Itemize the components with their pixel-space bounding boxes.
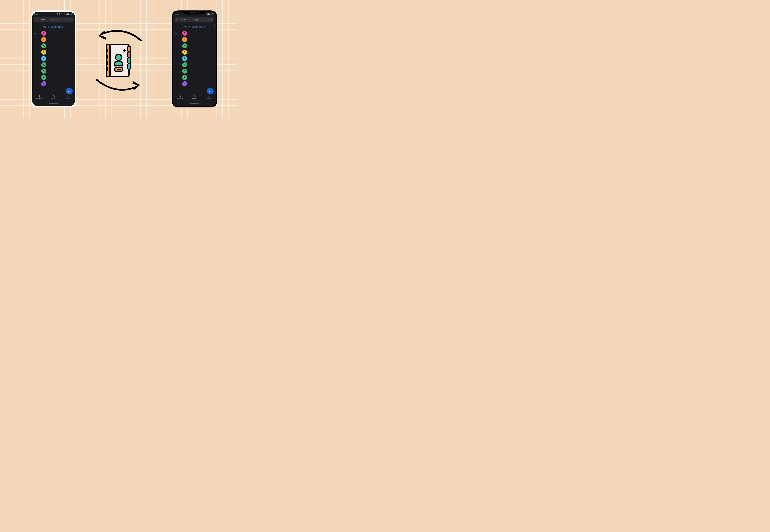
nav-contacts[interactable]: Contacts [61,93,75,101]
svg-point-36 [67,95,68,96]
search-bar[interactable]: Search contacts & places [174,17,214,22]
svg-point-32 [69,91,70,92]
svg-rect-18 [69,13,69,13]
svg-point-29 [69,91,70,91]
svg-point-50 [210,91,210,91]
back-button[interactable]: ‹ [179,102,180,105]
svg-point-54 [211,91,211,92]
contact-avatar[interactable]: A [182,50,187,55]
contact-avatar[interactable]: A [41,69,46,74]
svg-point-46 [209,90,210,91]
mic-icon[interactable] [66,18,68,21]
nav-favorites[interactable]: Favorites [173,93,187,101]
svg-point-27 [70,90,70,91]
sync-arrow-left [94,27,145,44]
more-icon[interactable] [210,18,213,21]
status-icons: HD ⇅ 4G [57,13,69,15]
svg-rect-19 [68,14,69,14]
contact-avatar[interactable]: A [182,69,187,74]
dialpad-icon [68,90,71,93]
system-nav: ‹ [173,101,216,106]
contact-avatar[interactable]: A [182,75,187,80]
star-icon [179,95,181,97]
contact-avatar[interactable]: A [182,81,187,86]
status-battery: 39% [70,13,73,15]
mic-icon[interactable] [207,18,209,21]
dialpad-icon [209,90,212,93]
svg-point-20 [36,19,37,20]
people-icon [207,95,210,97]
contact-avatar[interactable]: A [41,56,46,61]
svg-point-28 [68,91,69,91]
clock-icon [193,95,196,97]
svg-rect-5 [107,67,108,71]
contact-avatar[interactable]: A [41,62,46,67]
svg-point-33 [70,91,70,92]
svg-point-25 [68,90,69,91]
nav-recents[interactable]: Recents [46,93,61,101]
svg-point-47 [210,90,210,91]
contact-avatar[interactable]: A [41,31,46,36]
create-contact-label: Create new contact [47,26,64,28]
home-pill[interactable] [49,103,58,104]
status-battery: 39% [211,13,214,15]
svg-rect-9 [128,64,131,69]
svg-rect-12 [117,69,121,70]
status-time: 11:55 [34,13,38,15]
status-icons: 4G [205,13,210,15]
contact-avatar[interactable]: A [41,75,46,80]
section-letter: A [175,32,177,34]
svg-rect-4 [107,61,108,65]
svg-point-10 [115,54,122,60]
contact-avatar[interactable]: A [41,50,46,55]
search-icon [176,18,179,21]
svg-rect-40 [209,14,210,14]
svg-point-26 [69,90,70,91]
svg-point-44 [211,20,212,20]
dialpad-fab[interactable] [66,88,73,95]
address-book-illustration [105,43,132,78]
phone-notch [184,10,205,14]
create-contact-button[interactable]: Create new contact [32,24,75,31]
section-letter: A [34,32,36,34]
search-bar[interactable]: Search contacts & places [34,17,74,22]
search-placeholder: Search contacts & places [180,18,205,21]
contacts-list[interactable]: A AAAAAAAAA [32,31,75,93]
contact-avatar[interactable]: A [182,56,187,61]
contact-avatar[interactable]: A [182,62,187,67]
nav-favorites[interactable]: Favorites [32,93,46,101]
phone-left: 11:55 HD ⇅ 4G 39% Search contacts & plac… [31,10,76,107]
create-contact-button[interactable]: Create new contact [173,24,216,31]
search-icon [35,18,38,21]
svg-point-30 [70,91,70,91]
dialpad-fab[interactable] [207,88,214,95]
scrollbar[interactable] [74,24,74,30]
people-icon [66,95,69,97]
back-button[interactable]: ‹ [38,102,39,105]
phone-right-screen: 11:55 4G 39% Search contacts & places Cr… [173,12,216,106]
contact-avatar[interactable]: A [41,37,46,42]
svg-point-43 [211,19,212,20]
contact-avatar[interactable]: A [182,31,187,36]
svg-point-24 [44,26,45,27]
contact-avatar[interactable]: A [41,43,46,48]
svg-point-31 [68,91,69,92]
svg-point-49 [209,91,210,91]
svg-point-41 [177,19,178,20]
svg-point-51 [211,91,211,91]
contact-avatar[interactable]: A [41,81,46,86]
more-icon[interactable] [70,18,72,21]
home-pill[interactable] [190,103,199,104]
phone-right: 11:55 4G 39% Search contacts & places Cr… [172,10,217,107]
contact-avatar[interactable]: A [182,37,187,42]
nav-contacts[interactable]: Contacts [201,93,216,101]
nav-recents[interactable]: Recents [187,93,201,101]
contact-avatar[interactable]: A [182,43,187,48]
add-person-icon [184,26,186,28]
status-bar: 11:55 HD ⇅ 4G 39% [32,12,75,15]
svg-rect-3 [107,55,108,58]
svg-point-52 [209,91,210,92]
svg-rect-6 [128,46,131,52]
scrollbar[interactable] [214,24,215,30]
contacts-list[interactable]: A AAAAAAAAA [173,31,216,93]
